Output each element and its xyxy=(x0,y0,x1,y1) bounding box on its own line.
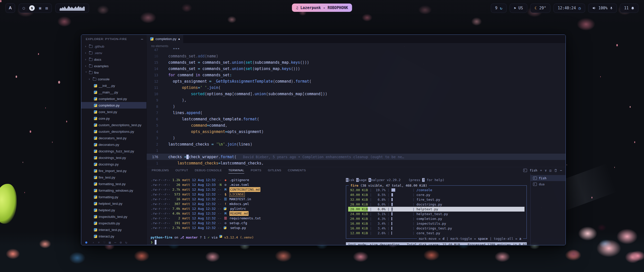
dua-row-docstrings_test.py[interactable]: 16.00 KiB|3.4%||docstrings_test.py xyxy=(348,226,525,231)
tree-item-__init__.py[interactable]: __init__.py xyxy=(81,82,146,89)
code-editor[interactable]: 47 """16commands_set.add(name)15commands… xyxy=(147,47,566,167)
split-terminal-icon[interactable]: ◫ xyxy=(549,169,551,172)
audio-pill[interactable]: 100% xyxy=(588,4,617,13)
tree-item-formatting_test.py[interactable]: formatting_test.py xyxy=(81,181,146,187)
keyboard-layout-pill[interactable]: ⚑ US xyxy=(510,4,527,13)
profile-dropdown-icon[interactable]: ∨ xyxy=(545,169,547,172)
panel-tab-ports[interactable]: PORTS xyxy=(251,167,261,174)
tree-item-docstrings_test.py[interactable]: docstrings_test.py xyxy=(81,154,146,161)
dua-row-core_test.py[interactable]: 12.00 KiB|2.6%||core_test.py xyxy=(348,231,525,235)
ellipsis-icon[interactable]: ⋯ xyxy=(114,241,116,244)
tree-item-label: completion_test.py xyxy=(99,97,127,101)
python-file-icon xyxy=(94,143,97,146)
workspace-square-icon[interactable]: ▣ xyxy=(39,6,41,10)
folder-icon xyxy=(89,58,93,61)
tree-item-__main__.py[interactable]: __main__.py xyxy=(81,89,146,95)
dua-row-console[interactable]: 92.00 KiB|19.7%||/console xyxy=(348,188,525,192)
tab-completion-py[interactable]: completion.py ● xyxy=(147,35,184,43)
git-blame-annotation: David Bieber, 5 years ago • Completion e… xyxy=(243,155,404,159)
tree-item-inspectutils_test.py[interactable]: inspectutils_test.py xyxy=(81,213,146,220)
panel-tab-output[interactable]: OUTPUT xyxy=(176,167,188,174)
python-file-icon xyxy=(94,130,97,133)
search-icon[interactable]: ⌕ xyxy=(98,241,100,244)
panel-tab-comments[interactable]: COMMENTS xyxy=(288,167,306,174)
tree-item-.venv[interactable]: ›.venv xyxy=(81,50,146,56)
terminal-session-fish[interactable]: ❯fish xyxy=(531,175,566,181)
dua-row-fire_test.py[interactable]: 32.00 KiB|6.8%||fire_test.py xyxy=(348,197,525,202)
workspace-n-icon[interactable]: N xyxy=(29,5,35,11)
new-terminal-icon[interactable]: + xyxy=(540,169,542,172)
dua-row-core.py[interactable]: 40.00 KiB|8.5%||core.py xyxy=(348,192,525,197)
tree-item-core.py[interactable]: core.py xyxy=(81,115,146,122)
tree-item-interact.py[interactable]: interact.py xyxy=(81,233,146,240)
more-actions-icon[interactable]: ⋯ xyxy=(141,37,143,41)
tree-item-examples[interactable]: ›examples xyxy=(81,63,146,69)
terminal-pane[interactable]: .rw-r--r--1.2kmatt12 Aug 12:32--◆.gitign… xyxy=(147,174,341,245)
tree-item-decorators_test.py[interactable]: decorators_test.py xyxy=(81,135,146,141)
tree-item-custom_descriptions.py[interactable]: custom_descriptions.py xyxy=(81,128,146,135)
tree-item-fire_test.py[interactable]: fire_test.py xyxy=(81,174,146,181)
gear-icon[interactable]: ⚙ xyxy=(120,241,122,244)
tree-item-label: helptext.py xyxy=(99,208,115,212)
refresh-icon[interactable]: ↻ xyxy=(125,241,127,244)
launcher-button[interactable]: A xyxy=(6,3,15,13)
terminal-session-dua[interactable]: ❯dua xyxy=(531,181,566,187)
panel-tab-terminal[interactable]: TERMINAL xyxy=(228,167,244,174)
line-number: 16 xyxy=(147,54,163,58)
kill-terminal-icon[interactable] xyxy=(554,169,557,172)
tree-item-docstrings.py[interactable]: docstrings.py xyxy=(81,161,146,167)
dua-row-inspectutils.py[interactable]: 16.00 KiB|3.4%||inspectutils.py xyxy=(348,221,525,226)
python-file-icon xyxy=(150,37,153,41)
tree-item-helptext.py[interactable]: helptext.py xyxy=(81,207,146,213)
tree-item-formatting_windows.py[interactable]: formatting_windows.py xyxy=(81,187,146,194)
tree-item-.github[interactable]: ›.github xyxy=(81,43,146,50)
panel-more-icon[interactable]: ⋯ xyxy=(560,169,562,172)
clock-pill[interactable]: 12:40:24 ◷ xyxy=(553,4,585,13)
heart-icon[interactable]: ♡ xyxy=(103,241,105,244)
music-widget[interactable]: ♫ Lazerpunk - ROBOPHONK xyxy=(292,4,352,12)
tree-item-completion.py[interactable]: completion.py xyxy=(81,102,146,109)
tree-item-formatting.py[interactable]: formatting.py xyxy=(81,194,146,200)
tree-item-custom_descriptions_test.py[interactable]: custom_descriptions_test.py xyxy=(81,122,146,128)
dua-row-helptext.py[interactable]: 28.00 KiB|6.0%||helptext.py xyxy=(348,207,525,212)
code-line: 13for command in commands_set: xyxy=(147,72,566,78)
dua-row-helptext_test.py[interactable]: 24.00 KiB|5.1%||helptext_test.py xyxy=(348,212,525,216)
panel-tab-gitlens[interactable]: GITLENS xyxy=(268,167,281,174)
workspace-circle-icon[interactable]: ◯ xyxy=(23,6,25,10)
tree-item-helptext_test.py[interactable]: helptext_test.py xyxy=(81,200,146,207)
notifications-pill[interactable]: 11 xyxy=(620,4,638,13)
tree-item-inspectutils.py[interactable]: inspectutils.py xyxy=(81,220,146,226)
tree-item-label: docs xyxy=(94,58,101,61)
panel-tab-debug-console[interactable]: DEBUG CONSOLE xyxy=(195,167,222,174)
system-graph-widget[interactable] xyxy=(55,4,89,13)
tree-item-label: interact.py xyxy=(99,234,114,238)
code-line: 1 xyxy=(147,147,566,154)
grid-icon[interactable]: ▦ xyxy=(109,241,111,244)
panel-tab-problems[interactable]: PROBLEMS xyxy=(152,167,169,174)
moon-icon: ☾ xyxy=(535,6,537,10)
tree-item-docs[interactable]: ›docs xyxy=(81,56,146,63)
tree-item-completion_test.py[interactable]: completion_test.py xyxy=(81,95,146,102)
vscode-window: EXPLORER: PYTHON-FIRE ⋯ completion.py ● … xyxy=(81,35,566,245)
chevron-right-icon[interactable]: › xyxy=(92,241,94,244)
tree-item-docstrings_fuzz_test.py[interactable]: docstrings_fuzz_test.py xyxy=(81,148,146,154)
dua-pane[interactable]: Disk Usage Analyzer v2.29.2 (press ? for… xyxy=(341,174,530,245)
modified-dot-icon: ● xyxy=(178,38,180,40)
tree-item-label: core.py xyxy=(99,117,110,120)
tree-item-fire[interactable]: ›fire xyxy=(81,69,146,76)
clock-icon: ◷ xyxy=(578,6,581,11)
tree-item-decorators.py[interactable]: decorators.py xyxy=(81,141,146,148)
workspace-grid-icon[interactable]: ▤ xyxy=(46,6,48,10)
code-line: 12 opts_assignment = _GetOptsAssignmentT… xyxy=(147,78,566,84)
file-tree: ›.github›.venv›docs›examples›fire›consol… xyxy=(81,43,146,240)
code-line: 3 ) xyxy=(147,135,566,141)
weather-pill[interactable]: ☾ 29° xyxy=(530,4,550,13)
tree-item-interact_test.py[interactable]: interact_test.py xyxy=(81,226,146,233)
tree-item-core_test.py[interactable]: core_test.py xyxy=(81,109,146,115)
tree-item-fire_import_test.py[interactable]: fire_import_test.py xyxy=(81,167,146,174)
dua-row-completion.py[interactable]: 20.00 KiB|4.3%||completion.py xyxy=(348,216,525,221)
tree-item-console[interactable]: ›console xyxy=(81,76,146,82)
dua-row-docstrings.py[interactable]: 28.00 KiB|6.0%||docstrings.py xyxy=(348,202,525,207)
updates-pill[interactable]: 9 ↻ xyxy=(491,4,507,13)
shell-input-line[interactable]: ❯ xyxy=(151,240,341,245)
